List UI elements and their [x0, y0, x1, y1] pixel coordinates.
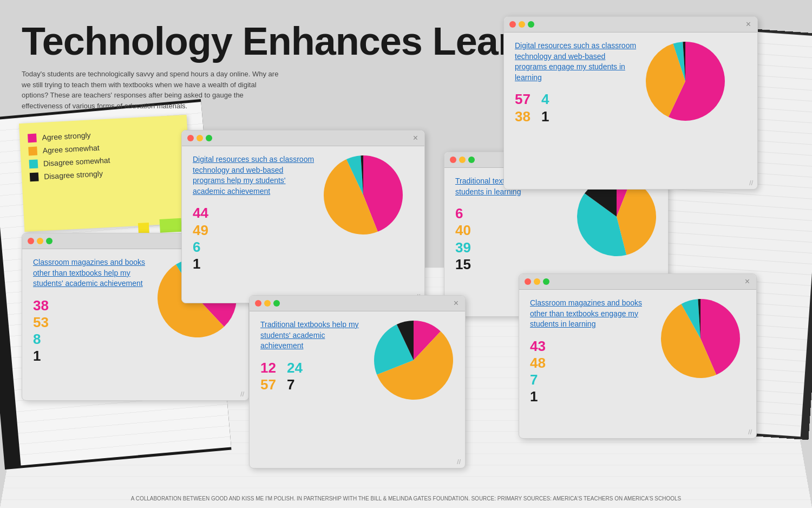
stat-val-teal: 6 [193, 239, 317, 256]
stat-val-teal: 7 [530, 372, 654, 388]
window-left-col: Digital resources such as classroom tech… [515, 41, 639, 125]
dot-yellow[interactable] [37, 238, 43, 244]
legend-label-agree-somewhat: Agree somewhat [42, 144, 100, 155]
window-close-button[interactable]: × [454, 298, 459, 308]
window-stats: 44 49 6 1 [193, 205, 317, 272]
dot-green[interactable] [543, 278, 549, 285]
legend-color-agree-somewhat [28, 147, 37, 156]
stat-val-black: 15 [455, 256, 571, 273]
stat-val-pink: 44 [193, 205, 317, 222]
window-dots [450, 157, 475, 163]
sticky-green-tab [160, 218, 182, 233]
dot-red[interactable] [255, 300, 261, 307]
dot-red[interactable] [509, 21, 516, 28]
window-left-col: Classroom magazines and books other than… [530, 298, 654, 406]
window-title-link[interactable]: Digital resources such as classroom tech… [193, 154, 317, 197]
window-dots [187, 135, 212, 141]
stat-val-teal: 4 [541, 91, 549, 108]
window-card-w2: × Digital resources such as classroom te… [181, 130, 425, 303]
legend-label-disagree-somewhat: Disagree somewhat [43, 156, 110, 168]
window-card-w6: × Classroom magazines and books other th… [519, 273, 757, 439]
dot-red[interactable] [187, 135, 194, 141]
stat-val-pink: 6 [455, 205, 571, 222]
stat-val-pink: 43 [530, 338, 654, 355]
legend-sticky-note: Agree strongly Agree somewhat Disagree s… [19, 115, 192, 232]
window-dots [255, 300, 280, 307]
window-title-link[interactable]: Traditional textbooks help my students' … [260, 320, 368, 351]
window-stats: 6 40 39 15 [455, 205, 571, 273]
window-left-col: Traditional textbooks engage my students… [455, 176, 571, 273]
stat-val-teal: 8 [33, 331, 151, 348]
stat-val-pink: 12 [260, 360, 276, 376]
window-title-link[interactable]: Classroom magazines and books other than… [33, 257, 151, 289]
stat-val-orange: 38 [515, 108, 531, 125]
window-dots [525, 278, 549, 285]
resize-handle[interactable]: // [240, 390, 244, 398]
pie-chart [323, 154, 404, 238]
legend-color-agree-strongly [28, 134, 37, 143]
window-card-w4: × Traditional textbooks help my students… [249, 295, 466, 468]
dot-yellow[interactable] [519, 21, 525, 28]
resize-handle[interactable]: // [749, 179, 753, 187]
window-titlebar: × [250, 296, 465, 311]
footer: A COLLABORATION BETWEEN GOOD AND KISS ME… [131, 496, 681, 502]
dot-yellow[interactable] [459, 157, 466, 163]
stat-val-orange: 40 [455, 222, 571, 239]
window-close-button[interactable]: × [745, 277, 750, 286]
legend-color-disagree-somewhat [29, 160, 38, 169]
window-body: Digital resources such as classroom tech… [504, 32, 757, 136]
legend-color-disagree-strongly [30, 173, 39, 182]
pie-chart [373, 320, 454, 403]
window-left-col: Classroom magazines and books other than… [33, 257, 151, 365]
window-title-link[interactable]: Digital resources such as classroom tech… [515, 41, 639, 83]
window-close-button[interactable]: × [413, 133, 418, 143]
legend-label-agree-strongly: Agree strongly [42, 131, 91, 142]
dot-green[interactable] [206, 135, 212, 141]
resize-handle[interactable]: // [457, 458, 461, 466]
dot-green[interactable] [273, 300, 280, 307]
window-titlebar: × [182, 131, 424, 146]
window-titlebar: × [519, 274, 756, 290]
window-title-link[interactable]: Classroom magazines and books other than… [530, 298, 654, 330]
stat-val-orange: 49 [193, 222, 317, 239]
stat-val-black: 1 [193, 256, 317, 272]
legend-item-disagree-strongly: Disagree strongly [30, 165, 181, 182]
window-stats: 43 48 7 1 [530, 338, 654, 406]
dot-red[interactable] [28, 238, 34, 244]
window-dots [28, 238, 53, 244]
window-left-col: Traditional textbooks help my students' … [260, 320, 368, 393]
dot-yellow[interactable] [264, 300, 271, 307]
dot-yellow[interactable] [197, 135, 203, 141]
dot-red[interactable] [450, 157, 456, 163]
window-titlebar: × [504, 17, 757, 32]
stat-val-pink: 38 [33, 297, 151, 314]
window-body: Traditional textbooks help my students' … [250, 311, 465, 414]
window-card-w5: × Digital resources such as classroom te… [503, 16, 758, 190]
stat-val-pink: 57 [515, 91, 531, 108]
dot-green[interactable] [468, 157, 475, 163]
window-dots [509, 21, 534, 28]
stat-val-orange: 57 [260, 376, 276, 393]
stat-val-black: 1 [530, 388, 654, 405]
resize-handle[interactable]: // [748, 428, 752, 436]
legend-label-disagree-strongly: Disagree strongly [44, 169, 103, 181]
stat-val-black: 1 [541, 108, 549, 125]
stat-val-orange: 48 [530, 355, 654, 372]
pie-chart [645, 41, 726, 124]
dot-green[interactable] [46, 238, 53, 244]
page-subtitle: Today's students are technologically sav… [22, 69, 281, 111]
window-stats: 38 53 8 1 [33, 297, 151, 365]
stat-val-black: 7 [287, 376, 303, 393]
stat-val-orange: 53 [33, 314, 151, 331]
dot-green[interactable] [528, 21, 534, 28]
dot-red[interactable] [525, 278, 531, 285]
stat-val-teal: 39 [455, 239, 571, 256]
window-body: Digital resources such as classroom tech… [182, 146, 424, 283]
window-body: Classroom magazines and books other than… [519, 290, 756, 416]
stat-val-black: 1 [33, 348, 151, 364]
dot-yellow[interactable] [534, 278, 540, 285]
window-close-button[interactable]: × [746, 19, 751, 29]
window-left-col: Digital resources such as classroom tech… [193, 154, 317, 272]
stat-val-teal: 24 [287, 360, 303, 376]
pie-chart [660, 298, 741, 381]
